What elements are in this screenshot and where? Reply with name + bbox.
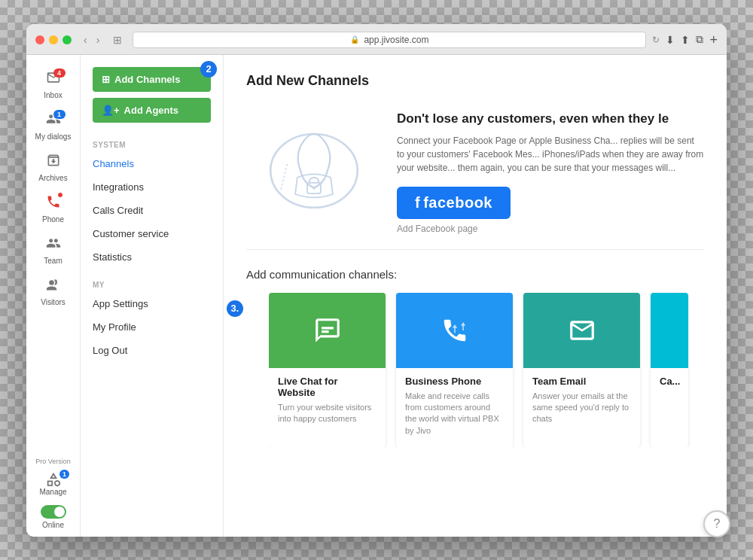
- phone-label: Phone: [42, 215, 64, 224]
- channel-card-live-chat[interactable]: Live Chat for Website Turn your website …: [269, 293, 386, 448]
- email-card-title: Team Email: [532, 376, 631, 387]
- phone-icon: [46, 194, 61, 213]
- add-channels-label: Add Channels: [114, 74, 180, 85]
- add-agents-button[interactable]: 👤+ Add Agents: [93, 98, 211, 123]
- toolbar-actions: ⬇ ⬆ ⧉ +: [666, 33, 718, 47]
- dialogs-icon: 1: [46, 111, 61, 130]
- team-icon: [46, 236, 61, 254]
- add-channels-step-badge: 2: [200, 61, 217, 78]
- partial-card-body: Ca...: [651, 368, 688, 401]
- add-facebook-label: Add Facebook page: [397, 224, 704, 234]
- archives-label: Archives: [38, 174, 67, 182]
- archives-icon: [46, 153, 61, 172]
- phone-card-desc: Make and receive calls from customers ar…: [405, 391, 504, 437]
- pro-version-label: Pro Version: [26, 455, 80, 467]
- channel-card-email[interactable]: Team Email Answer your emails at the sam…: [523, 293, 640, 448]
- phone-card-title: Business Phone: [405, 376, 504, 387]
- tab-icon-button[interactable]: ⊞: [108, 32, 127, 47]
- svg-point-3: [312, 187, 316, 190]
- facebook-icon: f: [415, 194, 420, 211]
- svg-point-1: [270, 134, 358, 208]
- page-title: Add New Channels: [246, 73, 704, 89]
- nav-item-statistics[interactable]: Statistics: [81, 245, 223, 269]
- step3-badge: 3.: [227, 300, 243, 317]
- promo-illustration: [246, 104, 382, 227]
- new-tab-button[interactable]: +: [709, 33, 718, 47]
- manage-badge: 1: [59, 470, 69, 479]
- live-chat-desc: Turn your website visitors into happy cu…: [278, 402, 376, 425]
- sidebar-item-visitors[interactable]: Visitors: [26, 271, 80, 312]
- nav-item-my-profile[interactable]: My Profile: [81, 315, 223, 339]
- facebook-button[interactable]: ffacebook: [397, 187, 511, 219]
- main-content: Add New Channels: [224, 55, 727, 537]
- share-button[interactable]: ⬆: [681, 34, 690, 46]
- nav-item-integrations[interactable]: Integrations: [81, 175, 223, 199]
- svg-point-0: [49, 280, 54, 285]
- partial-card-title: Ca...: [660, 376, 679, 387]
- email-card-desc: Answer your emails at the same speed you…: [532, 391, 631, 425]
- phone-dot: [57, 192, 63, 198]
- partial-card-icon-area: [651, 293, 688, 368]
- visitors-label: Visitors: [41, 298, 66, 306]
- email-card-body: Team Email Answer your emails at the sam…: [523, 368, 640, 436]
- channels-area: 3. Live Chat for Website Turn your websi…: [246, 293, 704, 448]
- channel-card-partial[interactable]: Ca...: [651, 293, 688, 448]
- promo-text: Don't lose any customers, even when they…: [397, 104, 704, 234]
- fullscreen-button[interactable]: [62, 35, 72, 44]
- visitors-icon: [46, 277, 61, 296]
- online-label: Online: [42, 521, 64, 529]
- inbox-badge: 4: [53, 68, 66, 78]
- download-button[interactable]: ⬇: [666, 34, 675, 46]
- minimize-button[interactable]: [49, 35, 58, 44]
- add-agents-icon: 👤+: [102, 105, 120, 116]
- nav-item-channels[interactable]: Channels: [81, 152, 223, 175]
- close-button[interactable]: [35, 35, 44, 44]
- address-bar[interactable]: 🔒 app.jivosite.com: [133, 32, 646, 48]
- url-text: app.jivosite.com: [364, 35, 428, 45]
- tabs-button[interactable]: ⧉: [696, 33, 703, 46]
- live-chat-icon: [313, 316, 342, 345]
- promo-description: Connect your Facebook Page or Apple Busi…: [397, 134, 704, 175]
- nav-buttons-area: ⊞ Add Channels 2 👤+ Add Agents: [81, 67, 223, 135]
- manage-item[interactable]: 1 Manage: [26, 467, 80, 501]
- team-label: Team: [44, 257, 62, 265]
- svg-line-4: [281, 164, 288, 191]
- sidebar-item-inbox[interactable]: 4 Inbox: [26, 64, 80, 105]
- nav-sidebar: ⊞ Add Channels 2 👤+ Add Agents SYSTEM Ch…: [81, 55, 224, 537]
- live-chat-card-body: Live Chat for Website Turn your website …: [269, 368, 386, 436]
- browser-chrome: ‹ › ⊞ 🔒 app.jivosite.com ↻ ⬇ ⬆ ⧉ +: [26, 24, 727, 55]
- back-button[interactable]: ‹: [81, 32, 90, 47]
- forward-button[interactable]: ›: [93, 32, 103, 47]
- channels-heading: Add communication channels:: [246, 268, 704, 281]
- channel-card-phone[interactable]: Business Phone Make and receive calls fr…: [396, 293, 513, 448]
- live-chat-icon-area: [269, 293, 386, 368]
- email-card-icon-area: [523, 293, 640, 368]
- reload-button[interactable]: ↻: [652, 35, 660, 45]
- nav-item-app-settings[interactable]: App Settings: [81, 292, 223, 315]
- nav-item-log-out[interactable]: Log Out: [81, 339, 223, 362]
- dialogs-label: My dialogs: [35, 132, 72, 141]
- nav-item-customer-service[interactable]: Customer service: [81, 222, 223, 245]
- phone-card-icon-area: [396, 293, 513, 368]
- help-button[interactable]: ?: [703, 510, 727, 537]
- add-agents-label: Add Agents: [124, 105, 178, 116]
- promo-section: Don't lose any customers, even when they…: [246, 104, 704, 250]
- sidebar-item-phone[interactable]: Phone: [26, 188, 80, 230]
- promo-heading: Don't lose any customers, even when they…: [397, 111, 704, 126]
- nav-item-calls-credit[interactable]: Calls Credit: [81, 199, 223, 222]
- sidebar-item-archives[interactable]: Archives: [26, 147, 80, 188]
- traffic-lights: [35, 35, 72, 44]
- phone-card-body: Business Phone Make and receive calls fr…: [396, 368, 513, 448]
- channel-cards: Live Chat for Website Turn your website …: [269, 293, 704, 448]
- lock-icon: 🔒: [350, 35, 359, 44]
- online-switch[interactable]: [41, 505, 66, 519]
- online-toggle[interactable]: Online: [26, 501, 80, 537]
- nav-buttons: ‹ ›: [81, 32, 102, 47]
- live-chat-title: Live Chat for Website: [278, 376, 376, 398]
- add-channels-button[interactable]: ⊞ Add Channels 2: [93, 67, 211, 92]
- sidebar-item-team[interactable]: Team: [26, 230, 80, 271]
- chat-illustration-svg: [246, 104, 382, 224]
- inbox-label: Inbox: [44, 91, 62, 99]
- team-email-icon: [568, 316, 596, 345]
- sidebar-item-my-dialogs[interactable]: 1 My dialogs: [26, 105, 80, 147]
